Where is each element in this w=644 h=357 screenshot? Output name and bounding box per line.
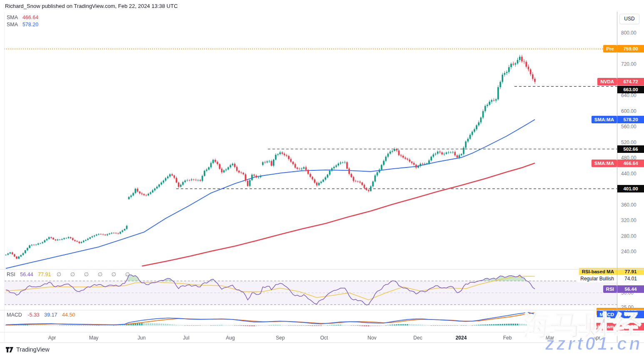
price-tick: 440.00 — [621, 171, 637, 177]
price-tick: 280.00 — [621, 233, 637, 239]
rsi-legend-row[interactable]: RSI 56.44 77.91 ∅ ∅ ∅ ∅ ∅ ∅ — [7, 271, 134, 277]
rsi-empty-values: ∅ ∅ ∅ ∅ ∅ ∅ — [57, 271, 134, 277]
plot-left-edge — [4, 12, 5, 342]
time-axis-label-sep[interactable]: Sep — [276, 335, 285, 341]
sma-legend-row-2[interactable]: SMA 578.20 — [7, 22, 38, 27]
axis-label-chip-divergence: Regular Bullish — [577, 275, 617, 282]
time-axis-label-may[interactable]: May — [89, 335, 99, 341]
macd-signal-value: 44.50 — [62, 312, 75, 318]
sma-legend-label: SMA — [7, 15, 17, 20]
axis-value-chip-nvda: 674.72 — [617, 78, 644, 85]
axis-label-chip-sma-fast: SMA:MA — [592, 116, 617, 123]
axis-value-chip-rsi: 56.44 — [617, 285, 644, 293]
price-tick: 360.00 — [621, 202, 637, 208]
rsi-value: 56.44 — [20, 272, 33, 277]
price-tick: 560.00 — [621, 124, 637, 130]
time-axis-label-apr[interactable]: Apr — [48, 335, 56, 341]
time-axis-label-nov[interactable]: Nov — [367, 335, 376, 341]
macd-legend-label: MACD — [7, 312, 22, 318]
sma-legend-label: SMA — [7, 22, 17, 27]
axis-value-chip-level-502: 502.66 — [617, 145, 644, 153]
sma-legend-value: 466.64 — [22, 15, 38, 20]
time-axis-label-feb[interactable]: Feb — [503, 335, 512, 341]
axis-label-chip-pre: Pre — [603, 45, 617, 52]
axis-value-chip-sma-slow: 466.64 — [617, 160, 644, 167]
macd-legend-row[interactable]: MACD -5.33 39.17 44.50 — [7, 312, 75, 318]
price-tick: 320.00 — [621, 217, 637, 223]
tradingview-brand-link[interactable]: TradingView — [6, 346, 50, 353]
chart-canvas[interactable] — [0, 0, 644, 357]
watermark-url: zzrt01.cn — [545, 333, 642, 354]
tradingview-logo-icon — [6, 347, 14, 353]
axis-value-chip-pre: 759.00 — [617, 45, 644, 52]
axis-value-chip-sma-fast: 578.20 — [617, 116, 644, 123]
price-tick: 520.00 — [621, 140, 637, 145]
axis-value-chip-divergence: 74.01 — [617, 275, 644, 282]
price-tick: 600.00 — [621, 108, 637, 114]
axis-label-chip-nvda: NVDA — [597, 78, 617, 85]
sma-legend-row-1[interactable]: SMA 466.64 — [7, 15, 38, 20]
macd-line-value: 39.17 — [44, 312, 57, 318]
price-tick: 640.00 — [621, 92, 637, 98]
time-axis-label-jun[interactable]: Jun — [137, 335, 145, 341]
tradingview-brand-label: TradingView — [16, 346, 50, 353]
time-axis-label-2024[interactable]: 2024 — [456, 335, 467, 341]
price-tick: 240.00 — [621, 249, 637, 255]
price-tick: 800.00 — [621, 30, 637, 36]
time-axis-label-dec[interactable]: Dec — [413, 335, 422, 341]
time-axis-label-aug[interactable]: Aug — [226, 335, 235, 341]
rsi-legend-label: RSI — [7, 272, 15, 277]
axis-value-chip-level-401: 401.00 — [617, 185, 644, 192]
macd-hist-value: -5.33 — [27, 312, 40, 318]
tradingview-chart-page: Richard_Snow published on TradingView.co… — [0, 0, 644, 357]
axis-value-chip-level-663: 663.00 — [617, 86, 644, 93]
time-axis-label-jul[interactable]: Jul — [183, 335, 189, 341]
currency-button[interactable]: USD — [619, 14, 639, 24]
sma-legend-value: 578.20 — [22, 22, 38, 27]
rsi-ma-value: 77.91 — [38, 272, 51, 277]
publish-header: Richard_Snow published on TradingView.co… — [5, 3, 178, 9]
pane-divider-rsi[interactable] — [0, 269, 644, 270]
price-tick: 720.00 — [621, 61, 637, 67]
time-axis-label-oct[interactable]: Oct — [320, 335, 328, 341]
axis-label-chip-rsi: RSI — [603, 285, 617, 293]
axis-label-chip-sma-slow: SMA:MA — [592, 160, 617, 167]
